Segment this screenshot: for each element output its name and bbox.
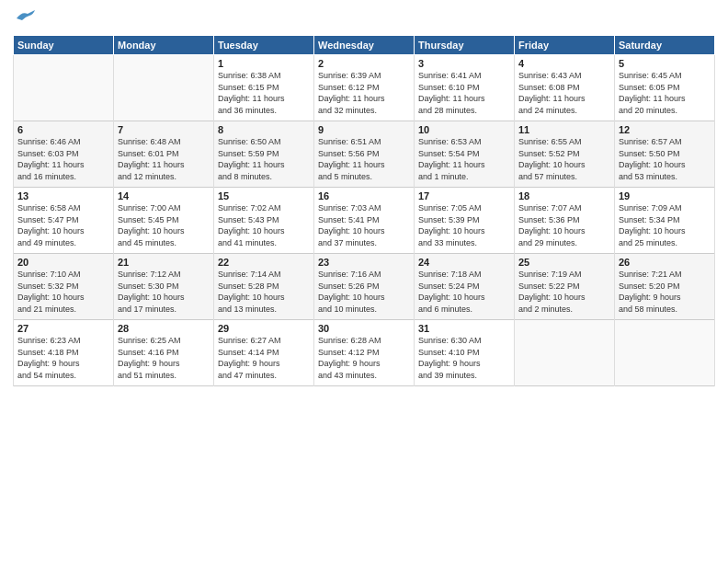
day-info: Sunrise: 7:12 AM Sunset: 5:30 PM Dayligh…	[118, 269, 210, 315]
calendar-cell: 25Sunrise: 7:19 AM Sunset: 5:22 PM Dayli…	[515, 254, 615, 320]
day-header-wednesday: Wednesday	[314, 36, 415, 55]
day-info: Sunrise: 7:05 AM Sunset: 5:39 PM Dayligh…	[418, 202, 510, 248]
day-info: Sunrise: 6:57 AM Sunset: 5:50 PM Dayligh…	[619, 136, 711, 182]
logo	[13, 9, 35, 29]
calendar-cell: 14Sunrise: 7:00 AM Sunset: 5:45 PM Dayli…	[114, 188, 214, 254]
day-number: 29	[218, 323, 310, 334]
day-number: 25	[518, 257, 610, 268]
week-row-5: 27Sunrise: 6:23 AM Sunset: 4:18 PM Dayli…	[14, 320, 715, 386]
calendar-cell: 28Sunrise: 6:25 AM Sunset: 4:16 PM Dayli…	[114, 320, 214, 386]
calendar-cell: 9Sunrise: 6:51 AM Sunset: 5:56 PM Daylig…	[314, 121, 415, 188]
day-number: 20	[17, 257, 109, 268]
day-info: Sunrise: 6:25 AM Sunset: 4:16 PM Dayligh…	[118, 335, 210, 381]
day-header-sunday: Sunday	[14, 36, 114, 55]
day-info: Sunrise: 7:21 AM Sunset: 5:20 PM Dayligh…	[619, 269, 711, 315]
day-info: Sunrise: 7:07 AM Sunset: 5:36 PM Dayligh…	[518, 202, 610, 248]
day-info: Sunrise: 7:00 AM Sunset: 5:45 PM Dayligh…	[118, 202, 210, 248]
day-header-tuesday: Tuesday	[214, 36, 314, 55]
day-number: 19	[619, 190, 711, 201]
day-info: Sunrise: 6:41 AM Sunset: 6:10 PM Dayligh…	[418, 70, 510, 116]
calendar-cell: 1Sunrise: 6:38 AM Sunset: 6:15 PM Daylig…	[214, 55, 314, 121]
day-number: 14	[118, 190, 210, 201]
calendar-cell: 12Sunrise: 6:57 AM Sunset: 5:50 PM Dayli…	[615, 121, 715, 188]
day-info: Sunrise: 7:09 AM Sunset: 5:34 PM Dayligh…	[619, 202, 711, 248]
day-number: 24	[418, 257, 510, 268]
day-info: Sunrise: 6:46 AM Sunset: 6:03 PM Dayligh…	[17, 136, 109, 182]
day-header-thursday: Thursday	[415, 36, 515, 55]
day-number: 13	[17, 190, 109, 201]
day-info: Sunrise: 7:02 AM Sunset: 5:43 PM Dayligh…	[218, 202, 310, 248]
day-number: 16	[318, 190, 410, 201]
calendar-cell: 17Sunrise: 7:05 AM Sunset: 5:39 PM Dayli…	[415, 188, 515, 254]
calendar-cell	[14, 55, 114, 121]
day-number: 11	[518, 124, 610, 135]
day-info: Sunrise: 6:58 AM Sunset: 5:47 PM Dayligh…	[17, 202, 109, 248]
day-header-friday: Friday	[515, 36, 615, 55]
calendar-cell: 11Sunrise: 6:55 AM Sunset: 5:52 PM Dayli…	[515, 121, 615, 188]
day-number: 31	[418, 323, 510, 334]
day-number: 6	[17, 124, 109, 135]
calendar-cell: 26Sunrise: 7:21 AM Sunset: 5:20 PM Dayli…	[615, 254, 715, 320]
day-info: Sunrise: 6:27 AM Sunset: 4:14 PM Dayligh…	[218, 335, 310, 381]
day-number: 10	[418, 124, 510, 135]
calendar-cell: 4Sunrise: 6:43 AM Sunset: 6:08 PM Daylig…	[515, 55, 615, 121]
day-number: 27	[17, 323, 109, 334]
day-info: Sunrise: 6:38 AM Sunset: 6:15 PM Dayligh…	[218, 70, 310, 116]
header	[13, 9, 715, 29]
day-number: 26	[619, 257, 711, 268]
day-number: 4	[518, 58, 610, 69]
day-number: 3	[418, 58, 510, 69]
day-info: Sunrise: 6:48 AM Sunset: 6:01 PM Dayligh…	[118, 136, 210, 182]
calendar-cell: 20Sunrise: 7:10 AM Sunset: 5:32 PM Dayli…	[14, 254, 114, 320]
calendar-cell: 15Sunrise: 7:02 AM Sunset: 5:43 PM Dayli…	[214, 188, 314, 254]
calendar-cell	[615, 320, 715, 386]
calendar-cell	[114, 55, 214, 121]
calendar-cell: 30Sunrise: 6:28 AM Sunset: 4:12 PM Dayli…	[314, 320, 415, 386]
week-row-1: 1Sunrise: 6:38 AM Sunset: 6:15 PM Daylig…	[14, 55, 715, 121]
day-number: 18	[518, 190, 610, 201]
week-row-3: 13Sunrise: 6:58 AM Sunset: 5:47 PM Dayli…	[14, 188, 715, 254]
calendar-cell: 6Sunrise: 6:46 AM Sunset: 6:03 PM Daylig…	[14, 121, 114, 188]
day-number: 22	[218, 257, 310, 268]
calendar-cell: 27Sunrise: 6:23 AM Sunset: 4:18 PM Dayli…	[14, 320, 114, 386]
day-number: 23	[318, 257, 410, 268]
week-row-4: 20Sunrise: 7:10 AM Sunset: 5:32 PM Dayli…	[14, 254, 715, 320]
day-info: Sunrise: 6:45 AM Sunset: 6:05 PM Dayligh…	[619, 70, 711, 116]
day-info: Sunrise: 6:43 AM Sunset: 6:08 PM Dayligh…	[518, 70, 610, 116]
day-info: Sunrise: 7:10 AM Sunset: 5:32 PM Dayligh…	[17, 269, 109, 315]
day-info: Sunrise: 6:39 AM Sunset: 6:12 PM Dayligh…	[318, 70, 410, 116]
day-number: 17	[418, 190, 510, 201]
day-info: Sunrise: 7:16 AM Sunset: 5:26 PM Dayligh…	[318, 269, 410, 315]
calendar-cell: 2Sunrise: 6:39 AM Sunset: 6:12 PM Daylig…	[314, 55, 415, 121]
day-info: Sunrise: 6:55 AM Sunset: 5:52 PM Dayligh…	[518, 136, 610, 182]
day-info: Sunrise: 6:53 AM Sunset: 5:54 PM Dayligh…	[418, 136, 510, 182]
calendar-cell: 22Sunrise: 7:14 AM Sunset: 5:28 PM Dayli…	[214, 254, 314, 320]
day-number: 5	[619, 58, 711, 69]
logo-bird-icon	[15, 9, 35, 24]
calendar-cell: 5Sunrise: 6:45 AM Sunset: 6:05 PM Daylig…	[615, 55, 715, 121]
calendar-cell: 23Sunrise: 7:16 AM Sunset: 5:26 PM Dayli…	[314, 254, 415, 320]
day-header-monday: Monday	[114, 36, 214, 55]
calendar-cell: 13Sunrise: 6:58 AM Sunset: 5:47 PM Dayli…	[14, 188, 114, 254]
day-number: 7	[118, 124, 210, 135]
day-header-saturday: Saturday	[615, 36, 715, 55]
page-container: SundayMondayTuesdayWednesdayThursdayFrid…	[0, 0, 728, 392]
day-info: Sunrise: 7:18 AM Sunset: 5:24 PM Dayligh…	[418, 269, 510, 315]
day-number: 30	[318, 323, 410, 334]
day-info: Sunrise: 6:50 AM Sunset: 5:59 PM Dayligh…	[218, 136, 310, 182]
day-info: Sunrise: 6:51 AM Sunset: 5:56 PM Dayligh…	[318, 136, 410, 182]
calendar-cell: 16Sunrise: 7:03 AM Sunset: 5:41 PM Dayli…	[314, 188, 415, 254]
day-info: Sunrise: 7:14 AM Sunset: 5:28 PM Dayligh…	[218, 269, 310, 315]
week-row-2: 6Sunrise: 6:46 AM Sunset: 6:03 PM Daylig…	[14, 121, 715, 188]
day-number: 12	[619, 124, 711, 135]
calendar-cell: 8Sunrise: 6:50 AM Sunset: 5:59 PM Daylig…	[214, 121, 314, 188]
calendar-cell: 19Sunrise: 7:09 AM Sunset: 5:34 PM Dayli…	[615, 188, 715, 254]
calendar-cell: 3Sunrise: 6:41 AM Sunset: 6:10 PM Daylig…	[415, 55, 515, 121]
day-number: 8	[218, 124, 310, 135]
day-number: 2	[318, 58, 410, 69]
calendar-cell: 10Sunrise: 6:53 AM Sunset: 5:54 PM Dayli…	[415, 121, 515, 188]
calendar-cell: 7Sunrise: 6:48 AM Sunset: 6:01 PM Daylig…	[114, 121, 214, 188]
calendar-table: SundayMondayTuesdayWednesdayThursdayFrid…	[13, 35, 715, 386]
day-info: Sunrise: 6:23 AM Sunset: 4:18 PM Dayligh…	[17, 335, 109, 381]
day-number: 21	[118, 257, 210, 268]
